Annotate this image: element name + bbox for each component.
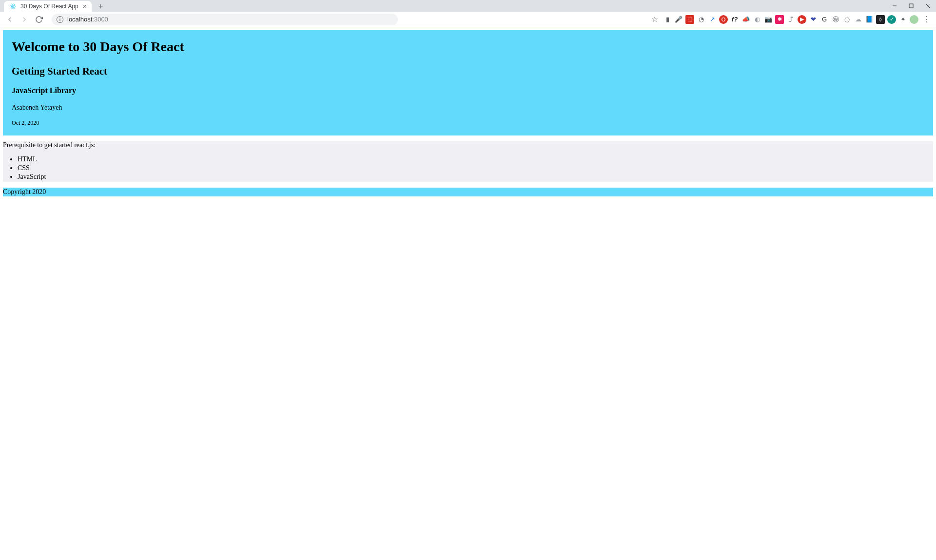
list-item: JavaScript <box>18 173 933 181</box>
page-viewport: Welcome to 30 Days Of React Getting Star… <box>0 27 936 199</box>
list-item: HTML <box>18 155 933 164</box>
svg-point-0 <box>12 6 13 7</box>
copyright-text: Copyright 2020 <box>3 188 46 195</box>
extension-icon[interactable]: ☁ <box>853 15 863 24</box>
react-favicon <box>9 2 17 10</box>
forward-button[interactable] <box>19 14 30 25</box>
svg-rect-5 <box>909 4 913 8</box>
list-item: CSS <box>18 164 933 173</box>
extension-icon[interactable]: ⇵ <box>786 15 796 24</box>
author-name: Asabeneh Yetayeh <box>12 104 924 112</box>
extension-icon[interactable]: 📷 <box>763 15 773 24</box>
publish-date: Oct 2, 2020 <box>12 119 924 127</box>
url-text: localhost:3000 <box>67 16 108 23</box>
extension-icon[interactable]: f? <box>730 15 740 24</box>
address-bar[interactable]: i localhost:3000 <box>52 14 398 25</box>
extension-icon[interactable]: ▮ <box>663 15 672 24</box>
extension-icon[interactable]: ⬚ <box>685 15 695 24</box>
extension-icon[interactable]: O <box>719 15 728 24</box>
close-window-button[interactable] <box>919 0 936 12</box>
extension-icon[interactable]: ↗ <box>707 15 717 24</box>
library-heading: JavaScript Library <box>12 86 924 95</box>
toolbar-extensions: ☆ ▮ 🎤 ⬚ ◔ ↗ O f? 📣 ◐ 📷 ✱ ⇵ ▶ ❤ G Ⓦ ◌ ☁ 📘… <box>651 15 932 24</box>
address-bar-row: i localhost:3000 ☆ ▮ 🎤 ⬚ ◔ ↗ O f? 📣 ◐ 📷 … <box>0 12 936 27</box>
site-info-icon[interactable]: i <box>57 16 63 23</box>
prerequisite-label: Prerequisite to get started react.js: <box>3 141 933 149</box>
page-footer: Copyright 2020 <box>3 188 933 196</box>
reload-button[interactable] <box>33 14 45 25</box>
extensions-menu-icon[interactable]: ✦ <box>898 15 908 24</box>
extension-icon[interactable]: Ⓦ <box>831 15 840 24</box>
extension-icon[interactable]: G <box>819 15 829 24</box>
extension-icon[interactable]: ◐ <box>752 15 762 24</box>
extension-icon[interactable]: ◌ <box>842 15 852 24</box>
extension-icon[interactable]: 🎤 <box>674 15 683 24</box>
extension-icon[interactable]: ✱ <box>775 15 784 24</box>
window-controls <box>886 0 936 12</box>
back-button[interactable] <box>4 14 16 25</box>
page-subtitle: Getting Started React <box>12 65 924 77</box>
browser-menu-button[interactable]: ⋮ <box>920 15 932 24</box>
profile-avatar[interactable] <box>909 15 919 24</box>
extension-icon[interactable]: ◊ <box>876 15 885 24</box>
maximize-button[interactable] <box>903 0 919 12</box>
bookmark-star-icon[interactable]: ☆ <box>651 15 658 24</box>
prerequisite-list: HTML CSS JavaScript <box>3 155 933 182</box>
extension-icon[interactable]: 📘 <box>864 15 874 24</box>
minimize-button[interactable] <box>886 0 903 12</box>
page-header: Welcome to 30 Days Of React Getting Star… <box>3 30 933 135</box>
tab-close-icon[interactable]: × <box>83 2 87 10</box>
extension-icon[interactable]: ▶ <box>797 15 807 24</box>
extension-icon[interactable]: ◔ <box>696 15 706 24</box>
page-title: Welcome to 30 Days Of React <box>12 39 924 55</box>
browser-tab-bar: 30 Days Of React App × + <box>0 0 936 12</box>
extension-icon[interactable]: ❤ <box>808 15 818 24</box>
extension-icon[interactable]: ✓ <box>887 15 897 24</box>
extension-icon[interactable]: 📣 <box>741 15 751 24</box>
tab-title: 30 Days Of React App <box>20 3 79 10</box>
new-tab-button[interactable]: + <box>96 2 106 11</box>
main-section: Prerequisite to get started react.js: HT… <box>3 141 933 182</box>
browser-tab[interactable]: 30 Days Of React App × <box>4 1 92 12</box>
